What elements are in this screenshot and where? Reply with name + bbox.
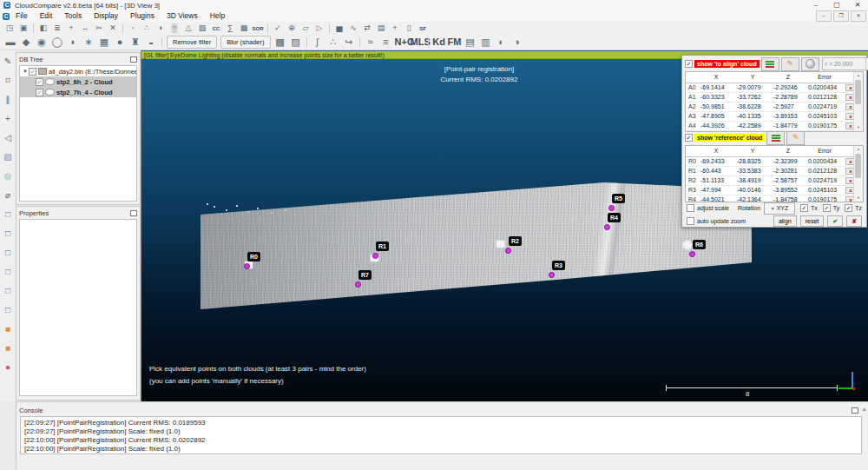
- raster-icon[interactable]: ▤: [375, 23, 387, 33]
- trash-icon[interactable]: ▯: [403, 23, 415, 33]
- qcanupo-dots-icon[interactable]: ∴: [326, 36, 340, 49]
- point-picking-icon[interactable]: ◦: [127, 23, 139, 33]
- view-iso1-icon[interactable]: ■: [2, 323, 14, 334]
- globe-mesh-icon[interactable]: ◑: [510, 36, 524, 49]
- align-button[interactable]: align: [773, 215, 797, 227]
- qfacets-icon[interactable]: ◗: [66, 36, 80, 49]
- sor-filter-icon[interactable]: SOR: [252, 23, 264, 33]
- normals-and-curvature-icon[interactable]: N+C: [395, 36, 409, 49]
- plus-icon[interactable]: +: [389, 23, 401, 33]
- menu-edit[interactable]: Edit: [34, 11, 59, 20]
- aligned-table-scrollbar[interactable]: ▲▼: [853, 72, 863, 131]
- aligned-row-A0[interactable]: A0-69.1414-29.0079-2.292460.0200434x: [686, 83, 863, 93]
- menu-file[interactable]: File: [10, 11, 34, 20]
- float-panel-icon[interactable]: [130, 210, 137, 216]
- save-icon[interactable]: ▣: [17, 23, 30, 33]
- profile-icon[interactable]: ⇄: [361, 23, 373, 33]
- label-icon[interactable]: ◖: [155, 23, 167, 33]
- mls-smoothing-icon[interactable]: MLS: [411, 36, 424, 49]
- qstop-icon[interactable]: ●: [113, 36, 127, 49]
- doc-export-icon[interactable]: ▤: [464, 36, 477, 49]
- qrbd-icon[interactable]: ◒: [144, 36, 158, 49]
- qcanupo-export-icon[interactable]: ↪: [342, 36, 356, 49]
- merge-icon[interactable]: ≣: [51, 23, 63, 33]
- adjust-scale-checkbox[interactable]: [687, 204, 694, 212]
- maximize-button[interactable]: ▢: [826, 0, 847, 10]
- connected-components-icon[interactable]: CC: [210, 23, 222, 33]
- reference-table-scrollbar[interactable]: ▲▼: [853, 146, 863, 202]
- subsample-icon[interactable]: ▩: [238, 23, 250, 33]
- menu-3d-views[interactable]: 3D Views: [161, 11, 204, 20]
- edl-filter-icon[interactable]: ▩: [273, 36, 287, 49]
- stereo-icon[interactable]: ●: [2, 361, 14, 373]
- scroll-up-icon[interactable]: ▲: [854, 146, 863, 153]
- view-front-icon[interactable]: □: [2, 209, 14, 220]
- view-iso2-icon[interactable]: ■: [2, 342, 14, 354]
- mdi-restore-button[interactable]: ❒: [833, 10, 849, 22]
- show-reference-checkbox[interactable]: [685, 134, 693, 142]
- tree-cloud-row-2[interactable]: stp2_7h_4 - Cloud: [20, 87, 136, 97]
- ssao-filter-icon[interactable]: ▨: [289, 36, 303, 49]
- segment-icon[interactable]: ✂: [93, 23, 105, 33]
- delete-icon[interactable]: ✕: [107, 23, 119, 33]
- rotation-dropdown[interactable]: ▼XYZ: [764, 202, 795, 215]
- tree-cloud-row-1[interactable]: stp2_6h_2 - Cloud: [20, 76, 136, 87]
- cancel-registration-button[interactable]: ✘: [846, 215, 862, 227]
- reset-button[interactable]: reset: [800, 215, 825, 227]
- reference-row-R3[interactable]: R3-47.994-40.0146-3.895520.0245103x: [686, 186, 863, 195]
- qcanupo-classify-icon[interactable]: ≡: [379, 36, 393, 49]
- view-top-icon[interactable]: □: [2, 285, 14, 296]
- point-list-picking-icon[interactable]: ∴: [141, 23, 153, 33]
- ty-checkbox[interactable]: [823, 204, 831, 212]
- scroll-up-icon[interactable]: ▲: [854, 72, 863, 79]
- globe-icon[interactable]: ◐: [495, 36, 509, 49]
- fast-marching-icon[interactable]: FM: [448, 36, 462, 49]
- view-back-icon[interactable]: □: [2, 228, 14, 239]
- pan-icon[interactable]: ⊕: [286, 23, 298, 33]
- scroll-down-icon[interactable]: ▼: [854, 195, 863, 202]
- qlas-icon[interactable]: ▦: [97, 36, 111, 49]
- reference-layers-button[interactable]: [766, 131, 785, 145]
- tree-root-checkbox[interactable]: [29, 68, 36, 76]
- tx-checkbox[interactable]: [800, 204, 808, 212]
- menu-display[interactable]: Display: [88, 11, 124, 20]
- density-icon[interactable]: ▒: [168, 23, 181, 33]
- tree-root-label[interactable]: all_day2.bin (E:/These/Donnees/Us...: [49, 68, 137, 76]
- minimize-button[interactable]: –: [806, 0, 826, 10]
- bbox-icon[interactable]: ▧: [2, 151, 14, 162]
- trace-polyline-icon[interactable]: ✎: [2, 56, 14, 67]
- translate-rotate-icon[interactable]: ↔: [79, 23, 91, 33]
- aligned-pick-button[interactable]: ✎: [781, 57, 799, 71]
- close-button[interactable]: ✕: [847, 0, 868, 10]
- qhydrant-icon[interactable]: ♜: [128, 36, 142, 49]
- close-panel-icon[interactable]: ×: [862, 407, 866, 413]
- reference-pick-button[interactable]: ✎: [786, 131, 805, 145]
- qellipser-icon[interactable]: ◯: [50, 36, 64, 49]
- tree-expander-icon[interactable]: ▾: [22, 68, 29, 75]
- open-icon[interactable]: ◳: [3, 23, 16, 33]
- view-bottom-icon[interactable]: □: [2, 304, 14, 315]
- zoom-icon[interactable]: ⌀: [2, 189, 14, 201]
- cloud1-checkbox[interactable]: [36, 78, 43, 86]
- qhough-normals-icon[interactable]: ∗: [82, 36, 95, 49]
- fly-mode-icon[interactable]: ▷: [313, 23, 326, 33]
- kd-tree-icon[interactable]: Kd: [432, 36, 446, 49]
- scroll-thumb[interactable]: [855, 154, 861, 178]
- scalar-field-icon[interactable]: ✓: [272, 23, 284, 33]
- curve-fit-icon[interactable]: ∿: [347, 23, 359, 33]
- float-panel-icon[interactable]: [852, 407, 858, 414]
- view-left-icon[interactable]: □: [2, 247, 14, 258]
- camera-icon[interactable]: ⌑: [2, 75, 14, 86]
- validate-button[interactable]: ✔: [827, 215, 843, 227]
- view-right-icon[interactable]: □: [2, 266, 14, 277]
- remove-filter-button[interactable]: Remove filter: [167, 36, 217, 49]
- cloud2-label[interactable]: stp2_7h_4 - Cloud: [56, 89, 113, 96]
- qcanupo-crude-icon[interactable]: ≈: [364, 36, 378, 49]
- qcanupo-curve-icon[interactable]: ∫: [311, 36, 325, 49]
- aligned-row-A3[interactable]: A3-47.8905-40.1335-3.891530.0245103x: [686, 112, 863, 122]
- clone-icon[interactable]: ◧: [37, 23, 49, 33]
- console-log[interactable]: [22:09:27] [PointPairRegistration] Curre…: [20, 416, 862, 454]
- menu-help[interactable]: Help: [204, 11, 231, 20]
- radius-spinner[interactable]: r = 20.000▲▼: [822, 57, 868, 70]
- cloud2-checkbox[interactable]: [36, 89, 43, 96]
